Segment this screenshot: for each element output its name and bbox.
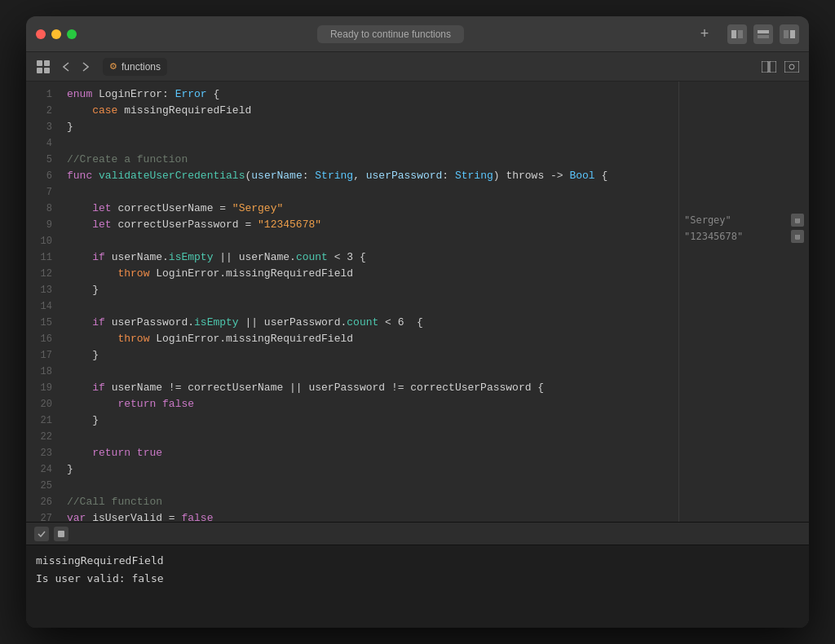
code-line: var isUserValid = false xyxy=(67,510,678,522)
split-view-icon[interactable] xyxy=(760,58,778,76)
main-content: 12345 678910 1112131415 1617181920 21222… xyxy=(26,82,809,522)
code-line xyxy=(67,478,678,494)
toolbar-right xyxy=(760,58,801,76)
canvas-icon[interactable] xyxy=(783,58,801,76)
traffic-lights xyxy=(36,29,77,39)
svg-rect-3 xyxy=(758,35,769,38)
code-line: enum LoginError: Error { xyxy=(67,86,678,103)
svg-rect-10 xyxy=(762,61,768,73)
svg-rect-1 xyxy=(738,30,743,38)
svg-rect-5 xyxy=(790,30,795,38)
view-button-2[interactable] xyxy=(753,24,773,44)
code-line: //Call function xyxy=(67,494,678,510)
console-panel: missingRequiredField Is user valid: fals… xyxy=(26,522,809,628)
console-line-1: missingRequiredField xyxy=(36,552,799,570)
minimize-button[interactable] xyxy=(51,29,61,39)
filename-label: functions xyxy=(121,61,161,73)
titlebar-center: Ready to continue functions xyxy=(86,25,695,43)
code-line xyxy=(67,184,678,201)
console-output: missingRequiredField Is user valid: fals… xyxy=(26,545,809,594)
annotation-icon-9[interactable]: ▤ xyxy=(791,230,804,243)
code-line: return false xyxy=(67,396,678,412)
view-button-1[interactable] xyxy=(727,24,747,44)
grid-icon[interactable] xyxy=(34,58,52,76)
code-line: func validateUserCredentials(userName: S… xyxy=(67,168,678,184)
svg-rect-11 xyxy=(770,61,776,73)
code-line: } xyxy=(67,461,678,478)
code-line: return true xyxy=(67,445,678,461)
code-line: if userPassword.isEmpty || userPassword.… xyxy=(67,315,678,331)
back-button[interactable] xyxy=(57,58,75,76)
console-btn-check[interactable] xyxy=(34,527,49,541)
svg-rect-7 xyxy=(44,60,50,66)
svg-rect-8 xyxy=(37,68,42,73)
code-line xyxy=(67,364,678,380)
forward-button[interactable] xyxy=(77,58,95,76)
code-line: if userName.isEmpty || userName.count < … xyxy=(67,249,678,266)
maximize-button[interactable] xyxy=(67,29,77,39)
annotation-line-8: "Sergey" ▤ xyxy=(679,212,809,228)
code-line: } xyxy=(67,282,678,298)
file-tab[interactable]: ⚙ functions xyxy=(103,58,167,76)
console-btn-stop[interactable] xyxy=(54,527,68,541)
code-line: } xyxy=(67,347,678,364)
svg-rect-2 xyxy=(758,30,769,33)
code-content: enum LoginError: Error { case missingReq… xyxy=(59,82,678,522)
annotation-line-9: "12345678" ▤ xyxy=(679,228,809,245)
editor-toolbar: ⚙ functions xyxy=(26,52,809,82)
svg-rect-9 xyxy=(44,68,50,73)
console-line-2: Is user valid: false xyxy=(36,570,799,588)
close-button[interactable] xyxy=(36,29,46,39)
code-line: } xyxy=(67,119,678,135)
titlebar-right: + xyxy=(695,24,799,44)
code-line xyxy=(67,429,678,445)
line-numbers: 12345 678910 1112131415 1617181920 21222… xyxy=(26,82,59,522)
code-line: throw LoginError.missingRequiredField xyxy=(67,331,678,347)
status-indicator: Ready to continue functions xyxy=(317,25,464,43)
code-line: throw LoginError.missingRequiredField xyxy=(67,266,678,282)
svg-rect-15 xyxy=(58,531,64,537)
code-line: let correctUserName = "Sergey" xyxy=(67,201,678,217)
file-icon: ⚙ xyxy=(109,61,117,72)
code-line: if userName != correctUserName || userPa… xyxy=(67,380,678,396)
code-line xyxy=(67,298,678,315)
svg-point-14 xyxy=(789,64,794,69)
svg-rect-0 xyxy=(731,30,736,38)
add-button[interactable]: + xyxy=(695,24,714,44)
code-line xyxy=(67,233,678,249)
debug-annotations: "Sergey" ▤ "12345678" ▤ false ▤ "missing… xyxy=(678,82,809,522)
console-toolbar xyxy=(26,523,809,545)
svg-rect-4 xyxy=(784,30,789,38)
code-line: let correctUserPassword = "12345678" xyxy=(67,217,678,233)
svg-rect-13 xyxy=(784,61,799,73)
code-line: case missingRequiredField xyxy=(67,103,678,119)
titlebar: Ready to continue functions + xyxy=(26,16,809,52)
code-line: } xyxy=(67,412,678,429)
annotation-icon-8[interactable]: ▤ xyxy=(791,214,804,227)
code-editor[interactable]: 12345 678910 1112131415 1617181920 21222… xyxy=(26,82,678,522)
code-line: //Create a function xyxy=(67,152,678,168)
breadcrumb-nav xyxy=(57,58,95,76)
xcode-window: Ready to continue functions + xyxy=(26,16,809,628)
code-line xyxy=(67,135,678,152)
view-button-3[interactable] xyxy=(780,24,799,44)
svg-rect-6 xyxy=(37,60,42,66)
